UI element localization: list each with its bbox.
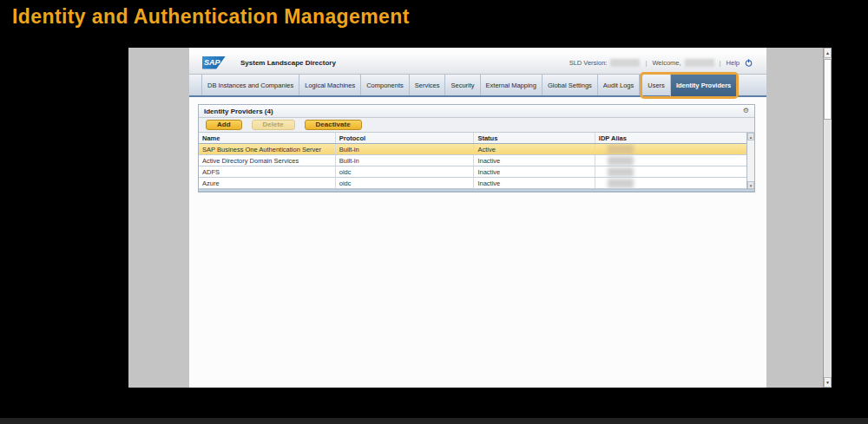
tab-external-mapping[interactable]: External Mapping xyxy=(481,75,542,95)
annotation-highlight-box: Users Identity Providers xyxy=(640,72,739,99)
tab-db-instances-and-companies[interactable]: DB Instances and Companies xyxy=(201,75,299,95)
delete-button[interactable]: Delete xyxy=(252,120,295,130)
masthead-right: SLD Version: | Welcome, | Help xyxy=(569,59,753,67)
deactivate-button[interactable]: Deactivate xyxy=(305,120,362,130)
sap-logo-text: SAP xyxy=(204,58,220,67)
panel-toolbar: Add Delete Deactivate xyxy=(199,118,754,133)
cell-idp-alias xyxy=(595,178,746,188)
cell-protocol: oidc xyxy=(336,178,475,188)
tab-identity-providers[interactable]: Identity Providers xyxy=(671,75,736,96)
redacted-idp-alias xyxy=(608,156,634,166)
scroll-up-icon[interactable]: ▲ xyxy=(747,133,754,140)
column-header-idp-alias[interactable]: IDP Alias xyxy=(595,133,746,143)
tab-components[interactable]: Components xyxy=(361,75,410,95)
separator: | xyxy=(645,59,647,67)
logoff-icon[interactable] xyxy=(745,59,753,67)
cell-status: Active xyxy=(474,144,595,154)
scroll-down-icon[interactable]: ▼ xyxy=(824,377,832,388)
app-title: System Landscape Directory xyxy=(240,59,336,67)
table-row[interactable]: ADFS oidc Inactive xyxy=(199,166,746,178)
cell-protocol: oidc xyxy=(336,166,475,177)
table-header-row: Name Protocol Status IDP Alias xyxy=(199,133,746,144)
identity-providers-table: Name Protocol Status IDP Alias SAP Busin… xyxy=(199,133,754,189)
scroll-down-icon[interactable]: ▼ xyxy=(747,181,754,189)
panel-title: Identity Providers (4) xyxy=(204,108,273,115)
masthead: SAP System Landscape Directory SLD Versi… xyxy=(189,51,766,75)
tab-global-settings[interactable]: Global Settings xyxy=(542,75,598,95)
cell-idp-alias xyxy=(595,166,746,177)
tab-users[interactable]: Users xyxy=(642,75,671,96)
column-header-protocol[interactable]: Protocol xyxy=(336,133,475,143)
bottom-strip xyxy=(0,418,868,424)
sld-app: SAP System Landscape Directory SLD Versi… xyxy=(189,48,766,388)
redacted-sld-version xyxy=(610,59,640,67)
table-row[interactable]: SAP Business One Authentication Server B… xyxy=(199,144,746,155)
column-header-name[interactable]: Name xyxy=(199,133,336,143)
help-link[interactable]: Help xyxy=(727,59,740,67)
redacted-idp-alias xyxy=(608,179,634,188)
column-header-status[interactable]: Status xyxy=(474,133,595,143)
cell-name: Active Directory Domain Services xyxy=(199,155,336,166)
scroll-up-icon[interactable]: ▲ xyxy=(824,48,832,58)
redacted-idp-alias xyxy=(608,167,634,177)
welcome-label: Welcome, xyxy=(652,59,681,67)
tab-bar: DB Instances and Companies Logical Machi… xyxy=(189,75,766,97)
panel-bottom-edge xyxy=(199,189,754,192)
tab-security[interactable]: Security xyxy=(445,75,480,95)
slide-title: Identity and Authentication Management xyxy=(12,5,410,29)
table-row[interactable]: Active Directory Domain Services Built-i… xyxy=(199,155,746,166)
redacted-idp-alias xyxy=(608,145,634,154)
panel-settings-icon[interactable]: ⚙ xyxy=(743,108,749,114)
content-area: Identity Providers (4) ⚙ Add Delete Deac… xyxy=(189,97,766,384)
tab-audit-logs[interactable]: Audit Logs xyxy=(598,75,640,95)
cell-status: Inactive xyxy=(474,178,595,188)
sld-version-label: SLD Version: xyxy=(569,59,608,67)
scrollbar-thumb[interactable] xyxy=(824,59,832,120)
cell-status: Inactive xyxy=(474,166,595,177)
cell-name: ADFS xyxy=(199,166,336,177)
cell-name: SAP Business One Authentication Server xyxy=(199,144,336,154)
panel-header: Identity Providers (4) ⚙ xyxy=(199,105,754,118)
cell-idp-alias xyxy=(595,155,746,166)
identity-providers-panel: Identity Providers (4) ⚙ Add Delete Deac… xyxy=(198,104,755,192)
cell-idp-alias xyxy=(595,144,746,154)
tab-logical-machines[interactable]: Logical Machines xyxy=(299,75,361,95)
screenshot-window: SAP System Landscape Directory SLD Versi… xyxy=(128,48,832,388)
add-button[interactable]: Add xyxy=(206,120,242,130)
cell-protocol: Built-in xyxy=(336,144,475,154)
sap-logo-icon: SAP xyxy=(202,56,226,69)
table-row[interactable]: Azure oidc Inactive xyxy=(199,178,746,189)
cell-status: Inactive xyxy=(474,155,595,166)
window-scrollbar[interactable]: ▲ ▼ xyxy=(823,48,832,388)
table-scrollbar[interactable]: ▲ ▼ xyxy=(746,133,754,189)
redacted-username xyxy=(685,59,714,67)
cell-protocol: Built-in xyxy=(336,155,475,166)
cell-name: Azure xyxy=(199,178,336,188)
separator: | xyxy=(720,59,721,67)
tab-services[interactable]: Services xyxy=(410,75,446,95)
slide: Identity and Authentication Management S… xyxy=(0,0,868,424)
